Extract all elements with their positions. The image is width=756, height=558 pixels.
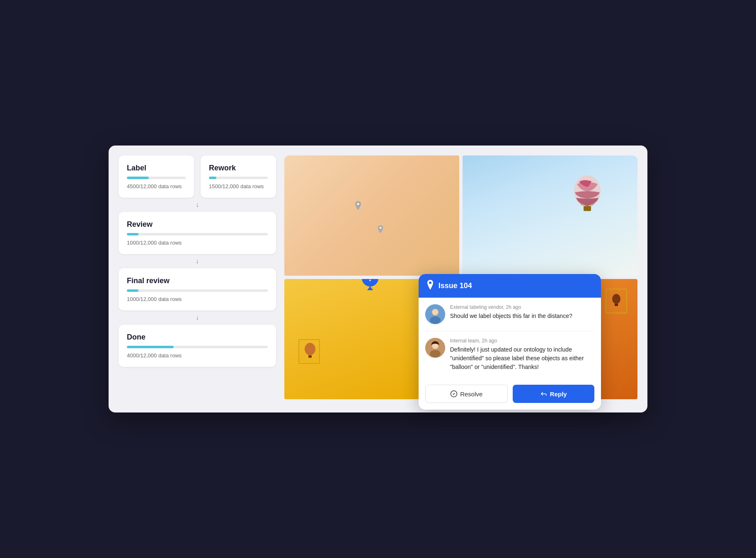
resolve-button[interactable]: Resolve — [425, 385, 508, 403]
svg-point-0 — [357, 203, 359, 205]
reply-button[interactable]: Reply — [513, 385, 594, 403]
comment-1-text: Should we label objects this far in the … — [450, 312, 572, 320]
comment-divider — [425, 331, 594, 331]
issue-actions: Resolve Reply — [419, 385, 601, 410]
balloon-large — [569, 174, 606, 221]
image-cell-1 — [284, 155, 459, 276]
svg-point-22 — [433, 343, 438, 348]
arrow-2: ↓ — [119, 254, 276, 268]
rework-title: Rework — [209, 164, 268, 172]
top-cards: Label 4500/12,000 data rows Rework 1500/… — [119, 155, 276, 198]
comment-2-content: Internal team, 2h ago Definitely! I just… — [450, 338, 594, 371]
bbox-orange-right — [606, 289, 627, 313]
issue-title: Issue 104 — [439, 281, 472, 290]
pin-gray-2 — [377, 225, 384, 235]
svg-point-19 — [433, 310, 438, 315]
final-review-title: Final review — [127, 277, 268, 285]
svg-point-23 — [430, 350, 441, 357]
pin-gray-1 — [354, 201, 362, 212]
svg-point-15 — [429, 281, 431, 284]
review-progress-bg — [127, 233, 268, 235]
image-cell-2 — [463, 155, 637, 276]
comment-2-text: Definitely! I just updated our ontology … — [450, 345, 594, 371]
card-final-review: Final review 1000/12,000 data rows — [119, 268, 276, 311]
svg-rect-3 — [584, 206, 591, 211]
final-review-progress-bg — [127, 289, 268, 292]
avatar-female — [425, 338, 445, 358]
card-done: Done 4000/12,000 data rows — [119, 325, 276, 367]
rework-progress-fill — [209, 177, 216, 179]
label-progress-bg — [127, 177, 186, 179]
right-panel: ! — [284, 155, 637, 403]
comment-2: Internal team, 2h ago Definitely! I just… — [425, 338, 594, 371]
location-pin-icon — [426, 280, 434, 292]
label-subtitle: 4500/12,000 data rows — [127, 183, 186, 189]
issue-header: Issue 104 — [419, 274, 601, 298]
reply-label: Reply — [550, 391, 567, 398]
balloon-bbox — [302, 342, 318, 362]
comment-1-meta: External labeling vendor, 2h ago — [450, 304, 572, 310]
svg-text:!: ! — [368, 279, 371, 283]
final-review-subtitle: 1000/12,000 data rows — [127, 296, 268, 302]
done-title: Done — [127, 333, 268, 342]
final-review-progress-fill — [127, 289, 138, 292]
svg-point-18 — [430, 316, 441, 324]
svg-rect-11 — [615, 304, 618, 306]
card-rework: Rework 1500/12,000 data rows — [201, 155, 276, 198]
svg-rect-7 — [308, 355, 312, 358]
svg-point-10 — [612, 294, 620, 304]
done-progress-bg — [127, 346, 268, 348]
review-subtitle: 1000/12,000 data rows — [127, 240, 268, 246]
svg-point-6 — [305, 343, 315, 355]
comment-2-meta: Internal team, 2h ago — [450, 338, 594, 344]
comment-1-content: External labeling vendor, 2h ago Should … — [450, 304, 572, 324]
rework-progress-bg — [209, 177, 268, 179]
issue-pin[interactable]: ! — [361, 279, 379, 293]
avatar-male — [425, 304, 445, 324]
card-label: Label 4500/12,000 data rows — [119, 155, 194, 198]
done-progress-fill — [127, 346, 174, 348]
card-review: Review 1000/12,000 data rows — [119, 212, 276, 254]
main-container: Label 4500/12,000 data rows Rework 1500/… — [109, 146, 647, 412]
comment-1: External labeling vendor, 2h ago Should … — [425, 304, 594, 324]
arrow-1: ↓ — [119, 198, 276, 212]
issue-body: External labeling vendor, 2h ago Should … — [419, 298, 601, 385]
rework-subtitle: 1500/12,000 data rows — [209, 183, 268, 189]
review-progress-fill — [127, 233, 138, 235]
issue-popup: Issue 104 External labeling vendor, 2 — [419, 274, 601, 410]
review-title: Review — [127, 220, 268, 229]
resolve-label: Resolve — [460, 391, 482, 398]
label-progress-fill — [127, 177, 149, 179]
svg-point-1 — [379, 227, 381, 228]
label-title: Label — [127, 164, 186, 172]
arrow-3: ↓ — [119, 311, 276, 325]
done-subtitle: 4000/12,000 data rows — [127, 352, 268, 359]
balloon-orange-small — [610, 293, 623, 309]
left-panel: Label 4500/12,000 data rows Rework 1500/… — [119, 155, 276, 403]
